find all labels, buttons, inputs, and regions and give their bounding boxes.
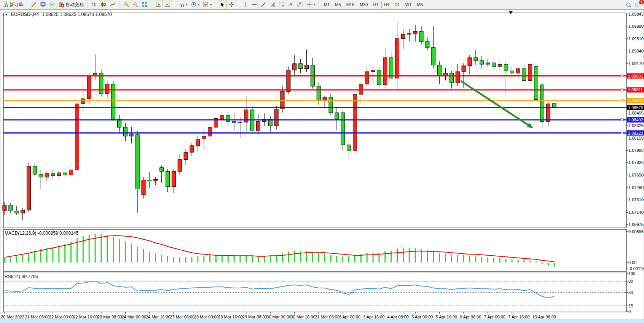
- line-handle[interactable]: [621, 100, 623, 102]
- periods-button[interactable]: ▾: [189, 0, 201, 10]
- horizontal-line-button[interactable]: [250, 0, 259, 10]
- macd-pane[interactable]: [3, 229, 626, 271]
- x-axis-date-label[interactable]: 31 Mar 08:00: [315, 315, 340, 319]
- line-handle[interactable]: [621, 132, 623, 134]
- x-axis-date-label[interactable]: 30 Mar 00:00: [266, 315, 291, 319]
- x-axis-date-label[interactable]: 22 Mar 16:00: [73, 315, 98, 319]
- vertical-line-button[interactable]: [241, 0, 250, 10]
- text-button[interactable]: A: [286, 0, 295, 10]
- price-level-badge-text: 1.08223: [628, 131, 643, 135]
- timeframe-m5-button[interactable]: M5: [332, 1, 343, 8]
- chevron-down-icon[interactable]: ▾: [186, 3, 187, 6]
- price-level-badge-text: 1.08402: [628, 118, 643, 122]
- candle-chart-button[interactable]: [99, 0, 108, 10]
- y-axis-tick-label: 1.08325: [628, 123, 644, 128]
- x-axis-date-label[interactable]: 29 Mar 08:00: [242, 315, 267, 319]
- y-axis-tick-label: 1.09170: [628, 61, 644, 66]
- x-axis-date-label[interactable]: 28 Mar 16:00: [218, 315, 243, 319]
- timeframe-m1-button[interactable]: M1: [321, 1, 332, 8]
- x-axis-date-label[interactable]: 4 Apr 08:00: [387, 315, 409, 319]
- timeframe-mn-button[interactable]: MN: [414, 1, 426, 8]
- cursor-button[interactable]: [218, 0, 227, 10]
- terminal-button[interactable]: [38, 0, 48, 10]
- broadcast-icon: [49, 2, 55, 8]
- grid-button[interactable]: F: [277, 0, 286, 10]
- x-axis-date-label[interactable]: 3 Apr 00:00: [339, 315, 360, 319]
- chart-shift-button[interactable]: [163, 0, 172, 10]
- chevron-down-icon[interactable]: ▾: [198, 3, 199, 6]
- x-axis-date-label[interactable]: 5 Apr 00:00: [411, 315, 433, 319]
- x-axis-date-label[interactable]: 21 Mar 08:00: [25, 315, 49, 319]
- x-axis-date-label[interactable]: 3 Apr 16:00: [363, 315, 384, 319]
- candle: [81, 99, 85, 104]
- rsi-axis-label: 100: [628, 271, 635, 276]
- new-order-button[interactable]: 新订单: [1, 0, 25, 10]
- x-axis-date-label[interactable]: 5 Apr 16:00: [436, 315, 457, 319]
- candle: [172, 171, 175, 186]
- line-handle[interactable]: [621, 89, 623, 91]
- indicators-button[interactable]: ▾: [177, 0, 189, 10]
- timeframe-h4-button[interactable]: H4: [381, 1, 392, 8]
- x-axis-date-label[interactable]: 7 Apr 00:00: [484, 315, 505, 319]
- chart-dropdown-icon[interactable]: ▼: [5, 13, 8, 16]
- candle: [178, 159, 182, 171]
- chart-ohlc-values: 1.08625 1.08625 1.08570 1.08570: [42, 12, 112, 17]
- x-axis-date-label[interactable]: 10 Apr 08:00: [532, 315, 556, 319]
- autotrading-button[interactable]: 自动交易: [57, 0, 85, 10]
- candle: [63, 173, 67, 175]
- candle: [522, 69, 526, 81]
- tile-windows-button[interactable]: [140, 0, 149, 10]
- x-axis-date-label[interactable]: 24 Mar 16:00: [146, 315, 171, 319]
- bar-chart-button[interactable]: [90, 0, 99, 10]
- broadcast-button[interactable]: [48, 0, 57, 10]
- chevron-down-icon[interactable]: ▾: [314, 3, 315, 6]
- trendline-button[interactable]: [259, 0, 268, 10]
- line-handle[interactable]: [621, 119, 623, 121]
- x-axis-date-label[interactable]: 27 Mar 08:00: [170, 315, 194, 319]
- candle: [438, 65, 442, 75]
- templates-button[interactable]: ▾: [201, 0, 213, 10]
- candle: [160, 168, 164, 172]
- candle: [456, 72, 459, 83]
- x-axis-date-label[interactable]: 22 Mar 00:00: [49, 315, 74, 319]
- chevron-down-icon[interactable]: ▾: [210, 3, 212, 6]
- y-axis-tick-label: 1.07310: [628, 197, 644, 202]
- candle: [238, 122, 242, 123]
- line-chart-button[interactable]: [108, 0, 117, 10]
- metaeditor-button[interactable]: [29, 0, 38, 10]
- shapes-button[interactable]: ▾: [304, 0, 317, 10]
- zoom-in-icon: [123, 2, 129, 8]
- candle: [123, 127, 127, 136]
- x-axis-date-label[interactable]: 28 Mar 00:00: [194, 315, 219, 319]
- x-axis-date-label[interactable]: 7 Apr 16:00: [508, 315, 529, 319]
- zoom-out-button[interactable]: [131, 0, 140, 10]
- x-axis-date-label[interactable]: 20 Mar 2023: [1, 315, 24, 319]
- timeframe-h1-button[interactable]: H1: [370, 1, 381, 8]
- toolbar-right: 1: [624, 0, 642, 10]
- price-chart-canvas[interactable]: 1.098451.096801.095101.093401.091701.084…: [0, 10, 644, 320]
- hline-icon: [251, 2, 257, 8]
- zoom-in-button[interactable]: [122, 0, 131, 10]
- timeframe-d1-button[interactable]: D1: [392, 1, 403, 8]
- auto-scroll-button[interactable]: [154, 0, 163, 10]
- timeframe-m15-button[interactable]: M15: [344, 1, 357, 8]
- x-axis-date-label[interactable]: 6 Apr 08:00: [460, 315, 481, 319]
- candle: [353, 94, 357, 151]
- community-button[interactable]: 1: [633, 0, 642, 10]
- crosshair-button[interactable]: [227, 0, 236, 10]
- toolbar-separator: [215, 1, 216, 8]
- x-axis-date-label[interactable]: 30 Mar 16:00: [291, 315, 316, 319]
- timeframe-w1-button[interactable]: W1: [403, 1, 414, 8]
- x-axis-date-label[interactable]: 24 Mar 00:00: [121, 315, 146, 319]
- y-axis-tick-label: 1.09845: [628, 12, 644, 16]
- fibonacci-button[interactable]: E: [268, 0, 277, 10]
- candle: [129, 135, 133, 136]
- line-handle[interactable]: [621, 75, 623, 77]
- timeframe-m30-button[interactable]: M30: [357, 1, 370, 8]
- x-axis-date-label[interactable]: 23 Mar 08:00: [97, 315, 122, 319]
- text-label-button[interactable]: T: [295, 0, 304, 10]
- search-button[interactable]: [624, 0, 633, 10]
- macd-indicator-label: MACD(12,26,9) -0.000859 0.000145: [5, 231, 78, 236]
- rsi-axis-label: 80: [628, 279, 633, 283]
- chart-window[interactable]: 1.098451.096801.095101.093401.091701.084…: [0, 10, 644, 320]
